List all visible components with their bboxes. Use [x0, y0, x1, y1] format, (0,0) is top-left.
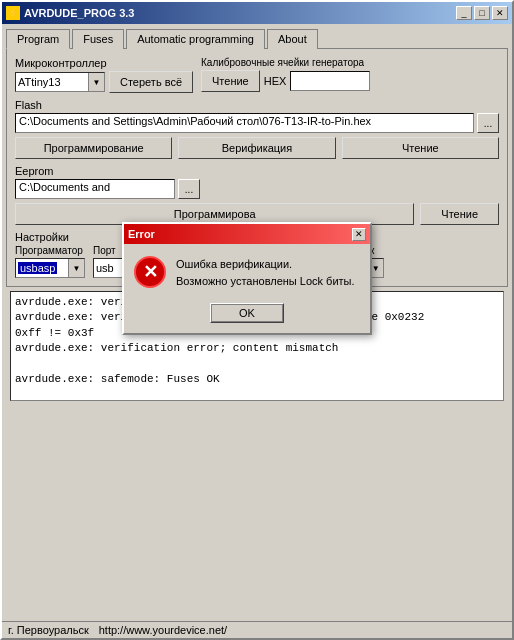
- dialog-title: Error: [128, 228, 155, 240]
- dialog-body: ✕ Ошибка верификации. Возможно установле…: [124, 244, 370, 333]
- dialog-ok-button[interactable]: OK: [210, 303, 284, 323]
- error-icon: ✕: [134, 256, 166, 288]
- main-window: ⚡ AVRDUDE_PROG 3.3 _ □ ✕ Program Fuses A…: [0, 0, 514, 640]
- dialog-message-line1: Ошибка верификации.: [176, 256, 355, 273]
- dialog-overlay: Error ✕ ✕ Ошибка верификации. Возможно у…: [2, 2, 512, 638]
- error-dialog: Error ✕ ✕ Ошибка верификации. Возможно у…: [122, 222, 372, 335]
- dialog-message-line2: Возможно установлены Lock биты.: [176, 273, 355, 290]
- dialog-close-button[interactable]: ✕: [352, 228, 366, 241]
- dialog-message: Ошибка верификации. Возможно установлены…: [176, 256, 355, 289]
- dialog-title-bar: Error ✕: [124, 224, 370, 244]
- dialog-btn-row: OK: [134, 303, 360, 323]
- dialog-message-row: ✕ Ошибка верификации. Возможно установле…: [134, 256, 360, 289]
